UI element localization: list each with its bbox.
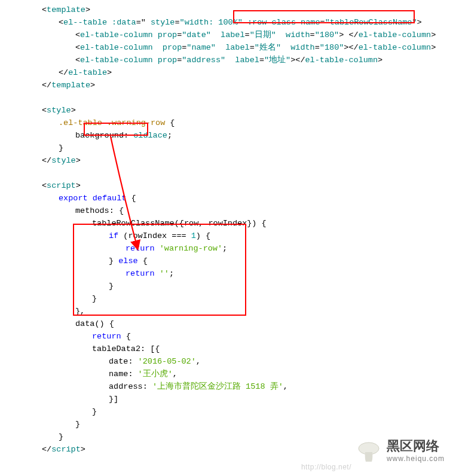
code-line: <style> xyxy=(42,104,459,117)
code-line: if (rowIndex === 1) { xyxy=(42,230,459,242)
code-line: } else { xyxy=(42,255,459,267)
code-line: }] xyxy=(42,393,459,405)
code-line: <template> xyxy=(42,4,459,16)
code-line: } xyxy=(42,280,459,292)
code-line: <el-table-column prop="address" label="地… xyxy=(42,54,459,66)
code-line: <script> xyxy=(42,179,459,192)
code-line: export default { xyxy=(42,192,459,205)
code-line: return { xyxy=(42,330,459,343)
code-line: <el--table :data=" style="width: 100%" :… xyxy=(42,16,459,29)
code-line: </el-table> xyxy=(42,66,459,79)
code-line: } xyxy=(42,292,459,305)
code-line: tableRowClassName({row, rowIndex}) { xyxy=(42,217,459,230)
code-line: <el-table-column prop="name" label="姓名" … xyxy=(42,41,459,54)
code-line: return 'warning-row'; xyxy=(42,242,459,255)
code-block: <template> <el--table :data=" style="wid… xyxy=(42,4,459,456)
code-line: data() { xyxy=(42,318,459,330)
mushroom-icon xyxy=(357,442,381,463)
code-line: return ''; xyxy=(42,267,459,280)
code-line: } xyxy=(42,418,459,431)
code-line: }, xyxy=(42,305,459,318)
code-line: </template> xyxy=(42,79,459,91)
watermark-url: www.heiqu.com xyxy=(387,453,445,465)
code-line: address: '上海市普陀区金沙江路 1518 弄', xyxy=(42,380,459,393)
code-line: .el-table .warning-row { xyxy=(42,117,459,129)
code-line: } xyxy=(42,405,459,418)
code-line: tableData2: [{ xyxy=(42,343,459,355)
watermark: 黑区网络 www.heiqu.com xyxy=(357,440,445,465)
code-line: } xyxy=(42,142,459,154)
code-line: <el-table-column prop="date" label="日期" … xyxy=(42,29,459,41)
code-line: name: '王小虎', xyxy=(42,368,459,380)
code-screenshot: <template> <el--table :data=" style="wid… xyxy=(0,0,459,476)
code-line: methods: { xyxy=(42,205,459,217)
code-line: date: '2016-05-02', xyxy=(42,355,459,368)
watermark-url-faint: http://blog.net/ xyxy=(301,461,351,474)
watermark-title: 黑区网络 xyxy=(387,440,445,453)
code-line: background: oldlace; xyxy=(42,129,459,142)
code-line: </style> xyxy=(42,154,459,167)
